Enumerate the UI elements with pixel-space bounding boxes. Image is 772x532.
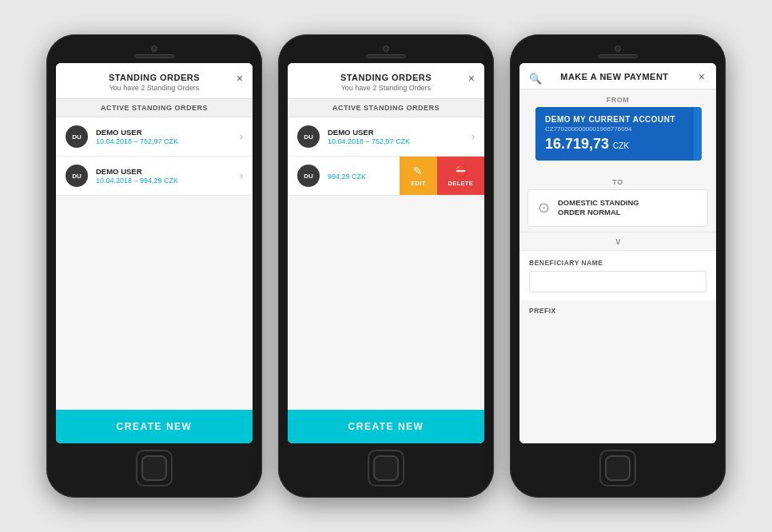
phone-3-top-bar xyxy=(519,46,716,58)
phone-2-camera xyxy=(383,46,389,52)
create-new-button[interactable]: CREATE NEW xyxy=(56,410,253,443)
to-section: ⊙ DOMESTIC STANDING ORDER NORMAL xyxy=(519,189,716,232)
order-date: 10.04.2018 – 994,29 CZK xyxy=(96,177,240,185)
chevron-right-icon: › xyxy=(240,170,243,181)
phone-3-close-button[interactable]: × xyxy=(698,71,705,82)
payment-screen: 🔍 MAKE A NEW PAYMENT × FROM DEMO MY CURR… xyxy=(519,63,716,443)
phone-2-header: STANDING ORDERS You have 2 Standing Orde… xyxy=(288,63,484,99)
prefix-form-section: PREFIX xyxy=(519,300,716,327)
phone-2-bottom-bar xyxy=(368,450,404,486)
create-new-button[interactable]: CREATE NEW xyxy=(288,410,484,443)
order-name: DEMO USER xyxy=(96,167,240,176)
phone-1-section-label: ACTIVE STANDING ORDERS xyxy=(56,99,253,117)
delete-label: DELETE xyxy=(448,180,473,187)
phone-2-close-button[interactable]: × xyxy=(468,73,475,84)
phone-1-header: STANDING ORDERS You have 2 Standing Orde… xyxy=(56,63,253,99)
order-date: 994,29 CZK xyxy=(328,173,409,181)
account-number: CZ7702000000001966776094 xyxy=(545,125,690,133)
order-info: 994,29 CZK xyxy=(328,172,409,181)
phone-2-title: STANDING ORDERS xyxy=(299,73,473,82)
account-card-side-decoration xyxy=(694,107,702,161)
phone-3-header: 🔍 MAKE A NEW PAYMENT × xyxy=(519,63,716,89)
phone-3-speaker xyxy=(598,54,638,58)
phone-1-subtitle: You have 2 Standing Orders xyxy=(67,84,241,92)
phone-1-speaker xyxy=(134,54,174,58)
phone-2-speaker xyxy=(366,54,406,58)
payment-title: MAKE A NEW PAYMENT xyxy=(531,72,698,81)
to-label: TO xyxy=(519,172,716,189)
phone-2-screen: STANDING ORDERS You have 2 Standing Orde… xyxy=(288,63,484,443)
phone-1-bottom-bar xyxy=(136,450,173,486)
table-row[interactable]: DU DEMO USER 10.04.2018 – 994,29 CZK › xyxy=(56,157,253,196)
avatar: DU xyxy=(297,125,320,148)
phone-1: STANDING ORDERS You have 2 Standing Orde… xyxy=(46,34,262,498)
beneficiary-name-input[interactable] xyxy=(529,271,706,292)
phone-2-top-bar xyxy=(288,46,484,58)
order-date: 10.04.2018 – 752,97 CZK xyxy=(328,137,472,145)
order-info: DEMO USER 10.04.2018 – 752,97 CZK xyxy=(96,128,240,145)
swipe-actions: ✎ EDIT ⛔ DELETE xyxy=(400,157,484,195)
spacer xyxy=(519,327,716,443)
phone-2-subtitle: You have 2 Standing Orders xyxy=(299,84,473,92)
chevron-right-icon: › xyxy=(240,131,243,142)
delete-action-button[interactable]: ⛔ DELETE xyxy=(437,157,484,195)
account-balance: 16.719,73 CZK xyxy=(545,136,690,153)
order-name: DEMO USER xyxy=(328,128,472,137)
phone-1-title: STANDING ORDERS xyxy=(67,73,241,82)
from-label: FROM xyxy=(519,89,716,107)
phone-1-camera xyxy=(151,46,157,52)
phone-3-home-button[interactable] xyxy=(605,455,631,481)
account-name: DEMO MY CURRENT ACCOUNT xyxy=(545,115,690,124)
beneficiary-form-section: BENEFICIARY NAME xyxy=(519,251,716,300)
order-info: DEMO USER 10.04.2018 – 752,97 CZK xyxy=(328,128,472,145)
phone-2-home-button[interactable] xyxy=(373,455,399,481)
account-card[interactable]: DEMO MY CURRENT ACCOUNT CZ77020000000019… xyxy=(535,107,700,161)
order-date: 10.04.2018 – 752,97 CZK xyxy=(96,137,240,145)
chevron-down-icon: ∨ xyxy=(615,236,622,247)
table-row-swiped[interactable]: DU 994,29 CZK › ✎ EDIT ⛔ xyxy=(288,157,484,196)
edit-action-button[interactable]: ✎ EDIT xyxy=(400,157,436,195)
phone-3: 🔍 MAKE A NEW PAYMENT × FROM DEMO MY CURR… xyxy=(510,34,726,498)
phone-3-camera xyxy=(615,46,621,52)
avatar: DU xyxy=(297,165,320,187)
phone-3-bottom-bar xyxy=(599,450,636,486)
delete-icon: ⛔ xyxy=(454,165,468,177)
table-row[interactable]: DU DEMO USER 10.04.2018 – 752,97 CZK › xyxy=(288,117,484,157)
phone-1-screen: STANDING ORDERS You have 2 Standing Orde… xyxy=(56,63,253,443)
search-icon[interactable]: 🔍 xyxy=(529,73,542,85)
order-name: DEMO USER xyxy=(96,128,240,137)
account-section: DEMO MY CURRENT ACCOUNT CZ77020000000019… xyxy=(519,107,716,172)
to-item[interactable]: ⊙ DOMESTIC STANDING ORDER NORMAL xyxy=(527,189,708,227)
phone-1-home-button[interactable] xyxy=(141,455,167,481)
phone-2-section-label: ACTIVE STANDING ORDERS xyxy=(288,99,484,117)
order-info: DEMO USER 10.04.2018 – 994,29 CZK xyxy=(96,167,240,185)
to-item-text: DOMESTIC STANDING ORDER NORMAL xyxy=(558,198,639,218)
phone-2: STANDING ORDERS You have 2 Standing Orde… xyxy=(278,34,494,498)
table-row[interactable]: DU DEMO USER 10.04.2018 – 752,97 CZK › xyxy=(56,117,253,157)
phone-1-close-button[interactable]: × xyxy=(237,73,243,84)
standing-order-icon: ⊙ xyxy=(538,199,550,216)
expand-chevron[interactable]: ∨ xyxy=(519,232,716,251)
beneficiary-label: BENEFICIARY NAME xyxy=(529,259,706,267)
phone-3-screen: 🔍 MAKE A NEW PAYMENT × FROM DEMO MY CURR… xyxy=(519,63,716,443)
avatar: DU xyxy=(66,125,88,148)
phone-1-top-bar xyxy=(56,46,253,58)
prefix-label: PREFIX xyxy=(529,307,706,315)
edit-icon: ✎ xyxy=(413,165,423,177)
phones-container: STANDING ORDERS You have 2 Standing Orde… xyxy=(30,18,742,514)
avatar: DU xyxy=(66,165,88,187)
edit-label: EDIT xyxy=(411,180,425,187)
chevron-right-icon: › xyxy=(472,131,475,142)
